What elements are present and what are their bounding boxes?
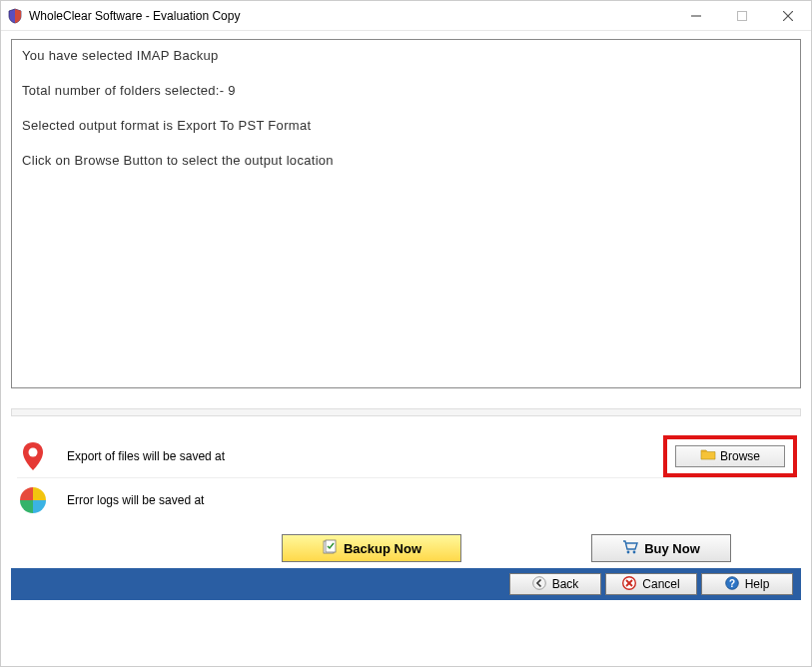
svg-text:?: ? xyxy=(729,577,735,588)
browse-button-label: Browse xyxy=(720,449,760,463)
backup-now-button[interactable]: Backup Now xyxy=(282,534,461,562)
location-pin-icon xyxy=(17,440,49,472)
info-line: Click on Browse Button to select the out… xyxy=(22,153,790,170)
maximize-button[interactable] xyxy=(719,1,765,31)
cancel-button-label: Cancel xyxy=(642,577,679,591)
browse-button[interactable]: Browse xyxy=(675,445,785,467)
back-arrow-icon xyxy=(532,576,546,593)
svg-rect-1 xyxy=(738,11,747,20)
buy-now-button[interactable]: Buy Now xyxy=(591,534,731,562)
content-area: You have selected IMAP Backup Total numb… xyxy=(1,31,811,666)
info-line: Selected output format is Export To PST … xyxy=(22,118,790,135)
error-log-row: Error logs will be saved at xyxy=(17,478,795,522)
cart-icon xyxy=(622,539,638,558)
backup-icon xyxy=(322,539,338,558)
backup-now-label: Backup Now xyxy=(344,541,421,556)
cancel-button[interactable]: Cancel xyxy=(605,573,697,595)
cancel-icon xyxy=(622,576,636,593)
back-button[interactable]: Back xyxy=(509,573,601,595)
help-icon: ? xyxy=(725,576,739,593)
titlebar: WholeClear Software - Evaluation Copy xyxy=(1,1,811,31)
window-title: WholeClear Software - Evaluation Copy xyxy=(29,9,673,23)
buy-now-label: Buy Now xyxy=(644,541,700,556)
path-display-strip xyxy=(11,408,801,416)
svg-point-9 xyxy=(532,576,545,589)
window-controls xyxy=(673,1,811,31)
pie-chart-icon xyxy=(17,484,49,516)
browse-highlight: Browse xyxy=(663,435,797,477)
info-panel: You have selected IMAP Backup Total numb… xyxy=(11,39,801,388)
minimize-button[interactable] xyxy=(673,1,719,31)
svg-point-4 xyxy=(29,447,38,456)
info-line: Total number of folders selected:- 9 xyxy=(22,83,790,100)
output-rows: Export of files will be saved at Browse xyxy=(11,434,801,522)
svg-point-7 xyxy=(627,550,630,553)
export-location-label: Export of files will be saved at xyxy=(67,449,663,463)
folder-icon xyxy=(700,447,716,464)
app-icon xyxy=(7,8,23,24)
back-button-label: Back xyxy=(552,577,579,591)
help-button[interactable]: ? Help xyxy=(701,573,793,595)
info-line: You have selected IMAP Backup xyxy=(22,48,790,65)
bottom-bar: Back Cancel ? Help xyxy=(11,568,801,600)
action-buttons: Backup Now Buy Now xyxy=(11,534,801,562)
error-log-label: Error logs will be saved at xyxy=(67,493,795,507)
export-location-row: Export of files will be saved at Browse xyxy=(17,434,795,478)
help-button-label: Help xyxy=(745,577,770,591)
close-button[interactable] xyxy=(765,1,811,31)
svg-point-8 xyxy=(633,550,636,553)
